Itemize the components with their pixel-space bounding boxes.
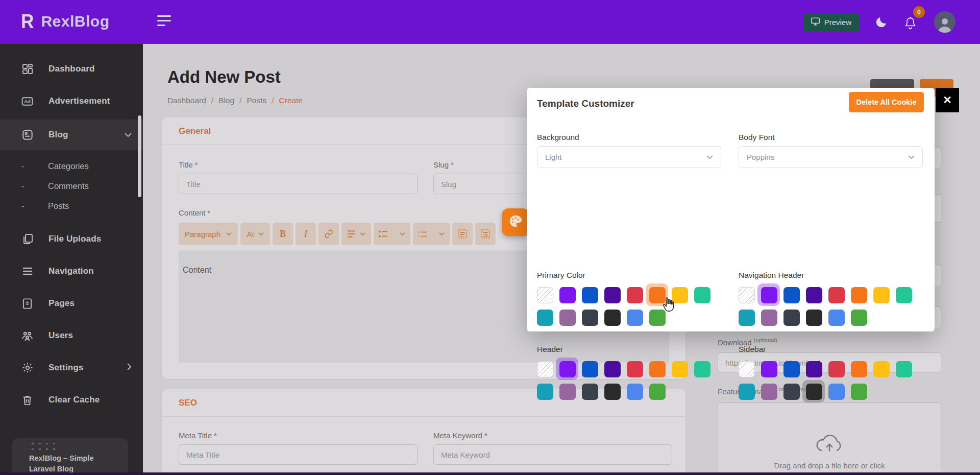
color-swatch-yellow[interactable] xyxy=(672,361,688,377)
color-swatch-black[interactable] xyxy=(806,384,822,400)
color-swatch-purple[interactable] xyxy=(559,287,576,303)
template-customizer-fab[interactable] xyxy=(502,208,529,236)
color-swatch-sky-blue[interactable] xyxy=(627,310,643,326)
color-swatch-yellow[interactable] xyxy=(873,287,890,303)
color-swatch-emerald[interactable] xyxy=(694,361,710,377)
viewport-bottom-bar xyxy=(0,472,980,475)
color-swatch-charcoal[interactable] xyxy=(582,384,598,400)
color-swatch-blue[interactable] xyxy=(582,287,598,303)
color-swatch-charcoal[interactable] xyxy=(582,310,598,326)
sidebar-color-group: Sidebar xyxy=(739,345,923,400)
modal-title: Template Customizer xyxy=(537,98,634,109)
color-swatch-default[interactable] xyxy=(739,287,755,303)
color-swatch-teal[interactable] xyxy=(739,384,755,400)
color-swatch-red[interactable] xyxy=(828,361,845,377)
close-icon: ✕ xyxy=(943,94,952,106)
color-swatch-purple[interactable] xyxy=(559,361,576,377)
header-color-group: Header xyxy=(537,345,721,400)
color-swatch-teal[interactable] xyxy=(537,310,553,326)
navigation-header-color-group: Navigation Header xyxy=(739,271,923,326)
background-label: Background xyxy=(537,133,579,142)
chevron-down-icon xyxy=(706,155,713,159)
color-swatch-default[interactable] xyxy=(537,361,553,377)
palette-icon xyxy=(508,213,523,231)
background-select[interactable]: Light xyxy=(537,146,721,168)
cursor-hand-icon xyxy=(660,296,676,316)
color-swatch-teal[interactable] xyxy=(537,384,553,400)
color-swatch-default[interactable] xyxy=(537,287,553,303)
color-swatch-charcoal[interactable] xyxy=(783,384,800,400)
color-swatch-indigo[interactable] xyxy=(806,287,822,303)
color-swatch-emerald[interactable] xyxy=(694,287,710,303)
color-swatch-orange[interactable] xyxy=(851,361,867,377)
color-swatch-red[interactable] xyxy=(627,361,643,377)
color-swatch-mauve[interactable] xyxy=(559,384,576,400)
color-swatch-red[interactable] xyxy=(627,287,643,303)
color-swatch-orange[interactable] xyxy=(649,361,666,377)
color-swatch-purple[interactable] xyxy=(761,361,777,377)
color-swatch-mauve[interactable] xyxy=(761,310,777,326)
color-swatch-green[interactable] xyxy=(851,384,867,400)
color-swatch-blue[interactable] xyxy=(783,287,800,303)
primary-color-group: Primary Color xyxy=(537,271,721,326)
chevron-down-icon xyxy=(908,155,915,159)
color-swatch-sky-blue[interactable] xyxy=(828,384,845,400)
color-swatch-red[interactable] xyxy=(828,287,845,303)
color-swatch-mauve[interactable] xyxy=(761,384,777,400)
color-swatch-black[interactable] xyxy=(604,384,621,400)
color-swatch-purple[interactable] xyxy=(761,287,777,303)
color-swatch-mauve[interactable] xyxy=(559,310,576,326)
template-customizer-modal: Template Customizer Delete All Cookie Ba… xyxy=(527,88,935,331)
color-swatch-blue[interactable] xyxy=(582,361,598,377)
color-swatch-green[interactable] xyxy=(649,384,666,400)
modal-close-button[interactable]: ✕ xyxy=(936,88,959,112)
color-swatch-blue[interactable] xyxy=(783,361,800,377)
color-swatch-emerald[interactable] xyxy=(896,287,912,303)
color-swatch-teal[interactable] xyxy=(739,310,755,326)
color-swatch-black[interactable] xyxy=(806,310,822,326)
color-swatch-black[interactable] xyxy=(604,310,621,326)
color-swatch-orange[interactable] xyxy=(851,287,867,303)
color-swatch-charcoal[interactable] xyxy=(783,310,800,326)
color-swatch-indigo[interactable] xyxy=(604,287,621,303)
body-font-select[interactable]: Poppins xyxy=(739,146,923,168)
color-swatch-emerald[interactable] xyxy=(896,361,912,377)
color-swatch-sky-blue[interactable] xyxy=(627,384,643,400)
delete-all-cookie-button[interactable]: Delete All Cookie xyxy=(849,92,924,112)
color-swatch-indigo[interactable] xyxy=(806,361,822,377)
color-swatch-default[interactable] xyxy=(739,361,755,377)
body-font-label: Body Font xyxy=(739,133,775,142)
color-swatch-indigo[interactable] xyxy=(604,361,621,377)
color-swatch-yellow[interactable] xyxy=(873,361,890,377)
color-swatch-green[interactable] xyxy=(851,310,867,326)
color-swatch-sky-blue[interactable] xyxy=(828,310,845,326)
